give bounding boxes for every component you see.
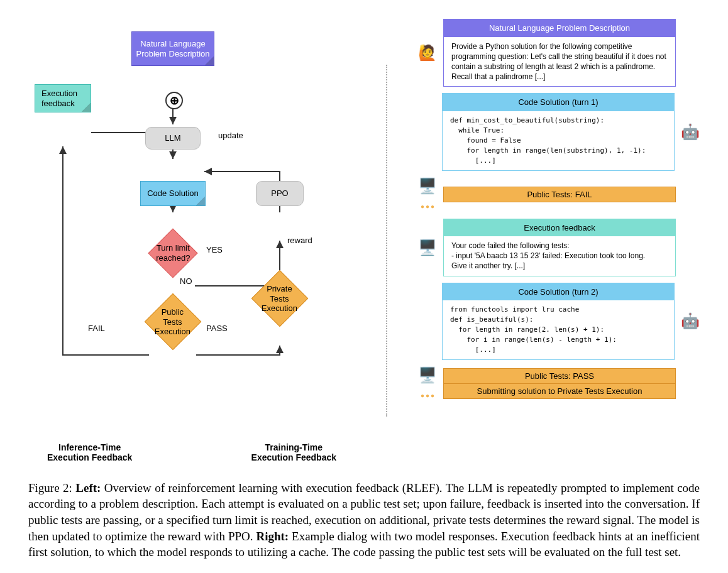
node-ppo: PPO: [256, 181, 304, 206]
node-execution-feedback: Execution feedback: [35, 84, 91, 112]
edge-fail: FAIL: [88, 324, 105, 333]
user-icon: 🙋: [418, 44, 437, 62]
edge-pass: PASS: [206, 324, 228, 333]
caption-figure-label: Figure 2:: [28, 481, 72, 494]
node-turn-limit: Turn limit reached?: [148, 228, 197, 278]
label-training-time: Training-Time Execution Feedback: [251, 442, 336, 462]
combine-icon: ⊕: [165, 92, 183, 109]
monitor-icon: 🖥️●●●: [418, 366, 437, 401]
bubble-turn2: Code Solution (turn 2) from functools im…: [442, 283, 675, 360]
edge-reward: reward: [287, 236, 312, 245]
edge-yes: YES: [206, 245, 223, 254]
vertical-divider: [386, 65, 387, 417]
robot-icon: 🤖: [681, 123, 700, 141]
bubble-turn1-head: Code Solution (turn 1): [443, 94, 674, 111]
strip-public-pass: Public Tests: PASS: [443, 368, 676, 384]
node-public-tests: Public Tests Execution: [145, 293, 202, 351]
bubble-problem: Natural Language Problem Description Pro…: [443, 19, 676, 87]
node-problem-description: Natural Language Problem Description: [131, 31, 214, 66]
node-llm: LLM: [145, 127, 201, 150]
monitor-icon: 🖥️: [418, 239, 437, 256]
bubble-turn2-head: Code Solution (turn 2): [443, 283, 674, 301]
bubble-feedback-body: Your code failed the following tests: - …: [444, 236, 675, 276]
caption-left-bold: Left:: [75, 481, 101, 494]
left-diagram: Natural Language Problem Description Exe…: [28, 19, 355, 462]
figure-caption: Figure 2: Left: Overview of reinforcemen…: [28, 480, 700, 560]
monitor-icon: 🖥️●●●: [418, 177, 437, 212]
label-inference-time: Inference-Time Execution Feedback: [47, 442, 132, 462]
strip-public-fail: Public Tests: FAIL: [443, 187, 676, 202]
edge-update: update: [218, 131, 243, 140]
bubble-turn1: Code Solution (turn 1) def min_cost_to_b…: [442, 93, 675, 170]
robot-icon: 🤖: [681, 312, 700, 330]
caption-right-bold: Right:: [256, 530, 289, 543]
bubble-problem-head: Natural Language Problem Description: [444, 19, 675, 37]
node-code-solution: Code Solution: [140, 181, 206, 206]
bubble-turn1-code: def min_cost_to_beautiful(substring): wh…: [450, 116, 666, 166]
strip-submitting: Submitting solution to Private Tests Exe…: [443, 384, 676, 399]
bubble-feedback: Execution feedback Your code failed the …: [443, 219, 676, 276]
node-private-tests: Private Tests Execution: [251, 270, 309, 327]
right-dialog: 🙋 Natural Language Problem Description P…: [418, 19, 700, 462]
bubble-feedback-head: Execution feedback: [444, 219, 675, 237]
edge-no: NO: [180, 276, 192, 286]
bubble-problem-body: Provide a Python solution for the follow…: [444, 37, 675, 87]
bubble-turn2-code: from functools import lru cache def is_b…: [450, 305, 666, 355]
